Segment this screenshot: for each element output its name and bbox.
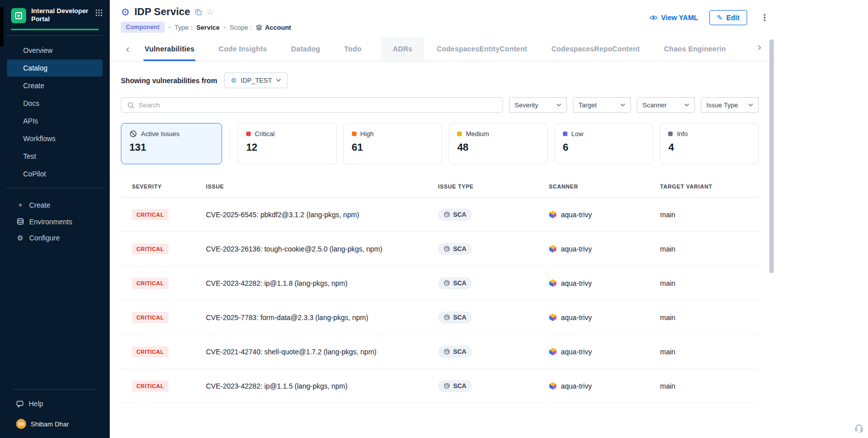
search-input[interactable] [138,101,496,109]
aqua-trivy-icon [549,279,557,287]
stat-card-high[interactable]: High 61 [343,123,443,164]
tab-codespaces-entity-content[interactable]: CodespacesEntityContent [436,38,528,61]
sidebar-action-configure[interactable]: ⚙ Configure [7,230,103,246]
target-variant: main [660,211,759,219]
table-row[interactable]: CRITICAL CVE-2023-42282: ip@1.1.8 (lang-… [121,266,759,300]
type-value: Service [196,24,220,31]
stat-card-critical[interactable]: Critical 12 [238,123,337,164]
showing-label: Showing vulnerabilities from [121,77,217,85]
issue-type-pill: SCA [438,311,472,324]
portal-title: Internal Developer Portal [31,7,90,24]
table-row[interactable]: CRITICAL CVE-2023-42282: ip@1.1.5 (lang-… [121,369,759,403]
issue-type-pill: SCA [438,346,472,358]
sidebar-divider [6,35,104,36]
sidebar-action-environments[interactable]: Environments [7,214,103,230]
issue-type-filter-select[interactable]: Issue Type [701,97,759,113]
tabs-scroll-left-button[interactable]: ‹ [123,44,132,55]
tabs-scroll-right-button[interactable]: › [755,42,764,53]
severity-badge: CRITICAL [132,243,169,255]
entity-icon: ⚙ [231,77,237,84]
table-row[interactable]: CRITICAL CVE-2021-42740: shell-quote@1.7… [121,335,759,369]
plus-icon: ＋ [16,201,24,210]
tab-adrs[interactable]: ADRs [381,38,424,61]
action-label: Environments [29,218,73,226]
edit-button[interactable]: ✎ Edit [709,10,747,25]
aqua-trivy-icon [549,210,557,219]
header-actions: View YAML ✎ Edit ⋮ [649,10,771,25]
sidebar-item-workflows[interactable]: Workflows [7,130,103,147]
chevron-down-icon [556,103,561,107]
action-label: Configure [29,234,60,242]
sidebar-divider [13,389,97,390]
stat-label: Info [677,130,688,138]
action-label: Create [29,201,50,209]
sidebar-item-copilot[interactable]: CoPilot [7,165,103,182]
eye-icon [649,15,658,21]
table-row[interactable]: CRITICAL CVE-2023-26136: tough-cookie@2.… [121,232,759,266]
sidebar-bottom: Help SD Shibam Dhar [0,384,110,438]
view-yaml-button[interactable]: View YAML [649,14,698,22]
star-icon[interactable]: ☆ [206,8,214,16]
copy-icon[interactable] [195,9,202,16]
scope-icon [256,24,262,31]
table-row[interactable]: CRITICAL CVE-2025-7783: form-data@2.3.3 … [121,300,759,335]
page-title: IDP Service [134,6,190,18]
apps-grid-icon[interactable] [95,9,103,17]
sidebar-item-create[interactable]: Create [7,77,103,94]
tab-code-insights[interactable]: Code Insights [218,38,268,61]
target-variant: main [660,245,759,253]
sca-icon [444,280,450,286]
issue-text: CVE-2023-26136: tough-cookie@2.5.0 (lang… [206,245,438,253]
stat-card-low[interactable]: Low 6 [554,123,654,164]
tab-codespaces-repo-content[interactable]: CodespacesRepoContent [550,38,641,61]
issue-type-pill: SCA [438,277,472,289]
stat-card-active-issues[interactable]: Active Issues 131 [121,123,222,164]
stat-card-info[interactable]: Info 4 [660,123,759,164]
sca-icon [444,314,450,321]
target-filter-select[interactable]: Target [573,97,631,113]
tab-todo[interactable]: Todo [343,38,363,61]
entity-select-value: IDP_TEST [241,77,272,84]
help-button[interactable]: Help [7,395,103,413]
sidebar-item-docs[interactable]: Docs [7,95,103,112]
tab-datadog[interactable]: Datadog [290,38,321,61]
high-dot-icon [352,132,356,136]
user-menu[interactable]: SD Shibam Dhar [7,413,103,431]
stat-card-medium[interactable]: Medium 48 [449,123,548,164]
vertical-scrollbar[interactable] [769,39,774,273]
issue-type-pill: SCA [438,209,472,221]
sidebar-item-apis[interactable]: APIs [7,112,103,130]
filter-label: Severity [515,101,538,109]
aqua-trivy-icon [549,244,557,253]
tab-chaos-engineering[interactable]: Chaos Engineerin [663,38,727,61]
sidebar-nav: Overview Catalog Create Docs APIs Workfl… [0,41,110,183]
entity-header: ⚙ IDP Service ☆ Component • Type : Servi… [110,0,775,33]
column-header-issue: ISSUE [206,183,438,190]
meta-separator: • [224,24,226,30]
scope-value: Account [265,24,291,31]
logo-accent-bar [11,29,99,30]
filter-label: Scanner [642,101,667,109]
sidebar-item-overview[interactable]: Overview [7,42,103,59]
gear-icon: ⚙ [16,234,24,242]
more-options-icon[interactable]: ⋮ [758,12,771,23]
sidebar-item-catalog[interactable]: Catalog [7,59,103,77]
table-header-row: SEVERITY ISSUE ISSUE TYPE SCANNER TARGET… [121,175,759,198]
severity-filter-select[interactable]: Severity [509,97,567,113]
sidebar-action-create[interactable]: ＋ Create [7,197,103,214]
portal-logo-icon [11,8,26,23]
table-row[interactable]: CRITICAL CVE-2025-6545: pbkdf2@3.1.2 (la… [121,198,759,232]
chevron-down-icon [620,103,625,107]
stat-label: Medium [466,130,489,138]
scanner-filter-select[interactable]: Scanner [637,97,695,113]
pencil-icon: ✎ [717,14,723,21]
tab-vulnerabilities[interactable]: Vulnerabilities [143,38,195,61]
target-variant: main [660,279,759,287]
issue-text: CVE-2023-42282: ip@1.1.5 (lang-pkgs, npm… [206,382,438,390]
sidebar-header: Internal Developer Portal [0,0,110,30]
low-dot-icon [563,132,567,136]
support-headset-icon[interactable] [854,423,864,433]
sidebar-item-test[interactable]: Test [7,148,103,165]
entity-select[interactable]: ⚙ IDP_TEST [224,73,287,88]
stat-label: Critical [255,130,275,138]
